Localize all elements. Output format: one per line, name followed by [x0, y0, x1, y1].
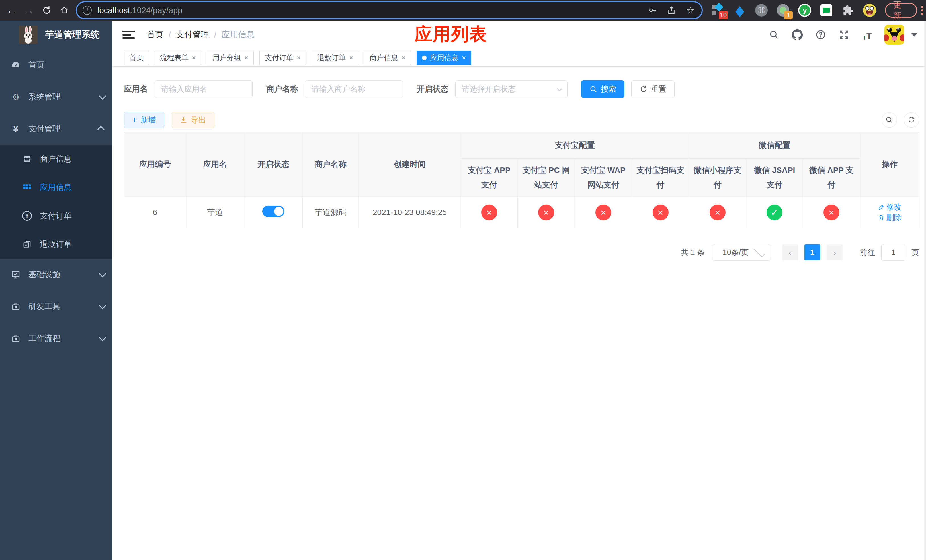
search-button[interactable]: 搜索 — [581, 80, 625, 98]
tab-merchant-info[interactable]: 商户信息× — [364, 51, 411, 65]
browser-menu-icon[interactable] — [921, 6, 923, 15]
yen-icon: ¥ — [11, 124, 21, 133]
chevron-down-icon — [99, 334, 106, 341]
prev-page-button[interactable]: ‹ — [782, 244, 798, 260]
sidebar-item-workflow[interactable]: 工作流程 — [0, 322, 112, 354]
refresh-button[interactable] — [904, 112, 919, 128]
close-icon[interactable]: × — [244, 54, 248, 62]
header-search-icon[interactable] — [768, 29, 780, 41]
tags-view: 首页 流程表单× 用户分组× 支付订单× 退款订单× 商户信息× 应用信息× — [112, 49, 926, 67]
app-name-label: 应用名 — [124, 84, 148, 95]
delete-link[interactable]: 删除 — [878, 212, 902, 223]
col-wechat-mini: 微信小程序支付 — [689, 159, 746, 197]
status-error-icon: × — [595, 204, 611, 221]
tab-pay-orders[interactable]: 支付订单× — [259, 51, 306, 65]
browser-reload-icon[interactable] — [41, 4, 53, 17]
monitor-check-icon — [11, 270, 21, 279]
status-error-icon: × — [481, 204, 497, 221]
extension-axure-icon[interactable]: 10 — [711, 3, 725, 17]
extension-badge: 10 — [719, 11, 728, 20]
add-button[interactable]: + 新增 — [124, 112, 164, 128]
bookmark-star-icon[interactable]: ☆ — [684, 5, 696, 16]
col-created: 创建时间 — [359, 132, 461, 197]
edit-pen-icon — [878, 204, 885, 210]
status-toggle[interactable] — [262, 206, 284, 217]
browser-back-icon[interactable]: ← — [5, 4, 18, 17]
col-alipay-qr: 支付宝扫码支付 — [632, 159, 689, 197]
address-bar[interactable]: i localhost:1024/pay/app ☆ — [77, 2, 702, 18]
documents-icon — [22, 239, 32, 249]
app-logo-row[interactable]: 芋道管理系统 — [0, 21, 112, 49]
close-icon[interactable]: × — [297, 54, 301, 62]
group-wechat-config: 微信配置 — [689, 132, 860, 159]
tab-refund-orders[interactable]: 退款订单× — [312, 51, 359, 65]
next-page-button[interactable]: › — [827, 244, 843, 260]
filter-form: 应用名 商户名称 开启状态 请选择开启状态 搜索 — [124, 80, 919, 98]
font-size-icon[interactable]: TT — [861, 29, 874, 41]
github-icon[interactable] — [791, 29, 803, 41]
site-info-icon[interactable]: i — [83, 6, 92, 15]
password-key-icon[interactable] — [647, 5, 658, 16]
app-name-input[interactable] — [154, 80, 253, 98]
page-size-select[interactable]: 10条/页 — [713, 244, 770, 260]
sidebar-collapse-icon[interactable] — [123, 29, 135, 41]
grid-icon — [22, 183, 32, 192]
tab-user-group[interactable]: 用户分组× — [207, 51, 254, 65]
export-button[interactable]: 导出 — [172, 112, 215, 128]
extension-y-icon[interactable]: y — [798, 3, 811, 17]
share-icon[interactable] — [666, 5, 677, 16]
fullscreen-icon[interactable] — [838, 29, 850, 41]
col-operations: 操作 — [860, 132, 920, 197]
close-icon[interactable]: × — [401, 54, 406, 62]
help-icon[interactable] — [814, 29, 827, 41]
avatar-caret-icon[interactable] — [911, 33, 917, 37]
total-count: 共 1 条 — [681, 247, 705, 257]
browser-forward-icon[interactable]: → — [23, 4, 35, 17]
group-alipay-config: 支付宝配置 — [461, 132, 689, 159]
sidebar-item-pay-orders[interactable]: ¥ 支付订单 — [0, 202, 112, 230]
goto-label: 前往 — [859, 247, 875, 257]
sidebar-item-infra[interactable]: 基础设施 — [0, 259, 112, 291]
sidebar: 芋道管理系统 首页 ⚙ 系统管理 ¥ 支付管理 — [0, 21, 112, 560]
sidebar-item-home[interactable]: 首页 — [0, 49, 112, 81]
extension-recorder-icon[interactable]: 1 — [776, 3, 790, 17]
page-scrollbar[interactable] — [924, 21, 926, 560]
edit-link[interactable]: 修改 — [878, 202, 902, 212]
browser-update-button[interactable]: 更新 — [885, 3, 917, 18]
close-icon[interactable]: × — [192, 54, 196, 62]
tab-home[interactable]: 首页 — [124, 51, 149, 65]
app-logo-rabbit — [19, 26, 38, 44]
breadcrumb-pay[interactable]: 支付管理 — [176, 29, 209, 41]
sidebar-item-devtools[interactable]: 研发工具 — [0, 291, 112, 322]
browser-home-icon[interactable] — [58, 4, 71, 17]
active-dot — [422, 56, 427, 60]
toggle-search-button[interactable] — [882, 112, 897, 128]
extension-kite-icon[interactable]: ◆ — [733, 3, 747, 17]
profile-avatar-icon[interactable] — [863, 3, 876, 17]
merchant-name-input[interactable] — [305, 80, 403, 98]
status-error-icon: × — [710, 204, 726, 221]
col-app-id: 应用编号 — [124, 132, 186, 197]
close-icon[interactable]: × — [462, 54, 466, 62]
page-1-button[interactable]: 1 — [804, 244, 820, 260]
sidebar-item-merchant-info[interactable]: 商户信息 — [0, 145, 112, 173]
extension-chat-icon[interactable] — [820, 3, 833, 17]
extensions-puzzle-icon[interactable] — [841, 3, 855, 17]
plus-icon: + — [132, 115, 137, 125]
breadcrumb-home[interactable]: 首页 — [147, 29, 163, 41]
store-icon — [22, 154, 32, 164]
status-select[interactable]: 请选择开启状态 — [455, 80, 567, 98]
tab-app-info[interactable]: 应用信息× — [416, 51, 471, 65]
close-icon[interactable]: × — [349, 54, 353, 62]
sidebar-item-refund-orders[interactable]: 退款订单 — [0, 230, 112, 259]
url-text[interactable]: localhost:1024/pay/app — [97, 6, 640, 15]
sidebar-item-app-info[interactable]: 应用信息 — [0, 173, 112, 202]
goto-page-input[interactable] — [881, 244, 905, 260]
pagination: 共 1 条 10条/页 ‹ 1 › 前往 页 — [124, 244, 919, 260]
reset-button[interactable]: 重置 — [631, 80, 675, 98]
user-avatar[interactable] — [884, 25, 904, 45]
sidebar-item-system[interactable]: ⚙ 系统管理 — [0, 81, 112, 113]
tab-process-form[interactable]: 流程表单× — [154, 51, 201, 65]
sidebar-item-pay[interactable]: ¥ 支付管理 — [0, 113, 112, 145]
extension-shortcuts-icon[interactable]: ⌘ — [755, 3, 768, 17]
